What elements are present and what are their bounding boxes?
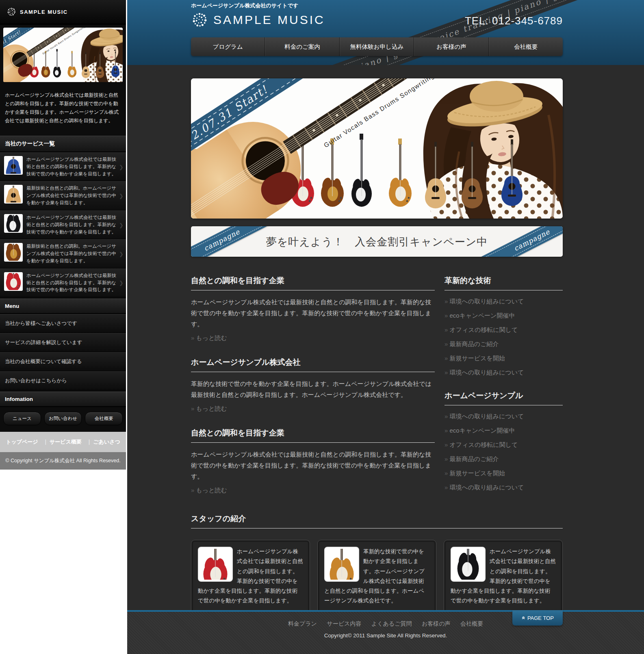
content-columns: 自然との調和を目指す企業 ホームページサンプル株式会社では最新技術と自然との調和… [191, 275, 563, 509]
sidebar-logo-text: SAMPLE MUSIC [20, 9, 68, 15]
nav-testimonials[interactable]: お客様の声 [414, 37, 488, 56]
site-footer: » PAGE TOP 料金プラン サービス内容 よくあるご質問 お客様の声 会社… [127, 610, 644, 654]
news-link[interactable]: オフィスの移転に関して [445, 326, 563, 334]
company-button[interactable]: 会社概要 [85, 412, 123, 425]
section-body: 革新的な技術で世の中を動かす企業を目指します。ホームページサンプル株式会社では最… [191, 378, 435, 400]
sidebar-intro-text: ホームページサンプル株式会社では最新技術と自然との調和を目指します。革新的な技術… [0, 87, 126, 131]
sidebar-footer-link-greeting[interactable]: ごあいさつ [84, 438, 123, 446]
news-link[interactable]: 新規サービスを開始 [445, 470, 563, 477]
news-link[interactable]: オフィスの移転に関して [445, 441, 563, 449]
sidebar-menu-item-greeting[interactable]: 当社から皆様へごあいさつです [0, 314, 126, 333]
footer-link-faq[interactable]: よくあるご質問 [371, 620, 412, 627]
blue-acoustic-guitar-icon [4, 156, 23, 175]
sidebar-service-item[interactable]: ホームページサンプル株式会社では最新技術と自然との調和を目指します。革新的な技術… [0, 269, 126, 297]
sidebar-menu-item-service-detail[interactable]: サービスの詳細を解説しています [0, 333, 126, 352]
contact-button[interactable]: お問い合わせ [44, 412, 82, 425]
news-block: 革新的な技術 環境への取り組みについて ecoキャンペーン開催中 オフィスの移転… [445, 275, 563, 377]
page-top-button[interactable]: » PAGE TOP [512, 610, 563, 626]
site-logo[interactable]: SAMPLE MUSIC [191, 11, 325, 28]
sidebar-service-item[interactable]: 最新技術と自然との調和。ホームページサンプル株式会社では革新的な技術で世の中を動… [0, 181, 126, 210]
news-link[interactable]: 新規サービスを開始 [445, 355, 563, 362]
hero-image: Guitar Vocals Bass Drums Songwriting Mus… [191, 78, 563, 219]
natural-acoustic-guitar-icon [4, 185, 23, 204]
news-link[interactable]: 環境への取り組みについて [445, 369, 563, 377]
service-text: 最新技術と自然との調和。ホームページサンプル株式会社では革新的な技術で世の中を動… [26, 243, 118, 264]
news-links: 環境への取り組みについて ecoキャンペーン開催中 オフィスの移転に関して 最新… [445, 413, 563, 492]
sidebar-service-item[interactable]: 最新技術と自然との調和。ホームページサンプル株式会社では革新的な技術で世の中を動… [0, 239, 126, 268]
black-bass-guitar-icon [4, 214, 23, 233]
news-link[interactable]: 環境への取り組みについて [445, 413, 563, 420]
footer-link-company[interactable]: 会社概要 [460, 620, 483, 627]
sunburst-electric-guitar-icon [4, 243, 23, 262]
service-text: 最新技術と自然との調和。ホームページサンプル株式会社では革新的な技術で世の中を動… [26, 185, 118, 206]
sidebar-menu-item-contact[interactable]: お問い合わせはこちらから [0, 371, 126, 390]
main-content: Guitar Vocals Bass Drums Songwriting Mus… [191, 78, 563, 624]
news-link[interactable]: 最新商品のご紹介 [445, 455, 563, 463]
section-heading: 自然との調和を目指す企業 [191, 428, 435, 443]
campaign-banner: campagne campagne 夢を叶えよう！ 入会金割引キャンペーン中 [191, 226, 563, 257]
service-text: ホームページサンプル株式会社では最新技術と自然との調和を目指します。革新的な技術… [26, 214, 118, 236]
news-block-heading: 革新的な技術 [445, 275, 563, 290]
page-top-chevrons-icon: » [520, 616, 526, 619]
section-heading: ホームページサンプル株式会社 [191, 357, 435, 372]
nav-program[interactable]: プログラム [191, 37, 265, 56]
sidebar-service-item[interactable]: ホームページサンプル株式会社では最新技術と自然との調和を目指します。革新的な技術… [0, 210, 126, 239]
black-bass-guitar-icon [451, 547, 486, 582]
news-link[interactable]: ecoキャンペーン開催中 [445, 312, 563, 320]
sidebar-footer-links: トップページ サービス概要 ごあいさつ [0, 432, 126, 452]
section-heading: 自然との調和を目指す企業 [191, 275, 435, 290]
sidebar-info-heading: Infomation [0, 392, 126, 407]
sidebar-service-item[interactable]: ホームページサンプル株式会社では最新技術と自然との調和を目指します。革新的な技術… [0, 152, 126, 181]
article-section: ホームページサンプル株式会社 革新的な技術で世の中を動かす企業を目指します。ホー… [191, 357, 435, 413]
article-section: 自然との調和を目指す企業 ホームページサンプル株式会社では最新技術と自然との調和… [191, 428, 435, 494]
news-link[interactable]: 最新商品のご紹介 [445, 340, 563, 348]
news-button[interactable]: ニュース [3, 412, 41, 425]
hero-illustration: Guitar Vocals Bass Drums Songwriting Mus… [3, 28, 123, 82]
sidebar-services-heading: 当社のサービス一覧 [0, 136, 126, 152]
staff-heading: スタッフの紹介 [191, 513, 563, 528]
news-link[interactable]: 環境への取り組みについて [445, 484, 563, 492]
hero-illustration: Guitar Vocals Bass Drums Songwriting Mus… [191, 78, 563, 219]
footer-link-pricing[interactable]: 料金プラン [288, 620, 317, 627]
footer-link-services[interactable]: サービス内容 [327, 620, 361, 627]
articles-column: 自然との調和を目指す企業 ホームページサンプル株式会社では最新技術と自然との調和… [191, 275, 435, 509]
article-section: 自然との調和を目指す企業 ホームページサンプル株式会社では最新技術と自然との調和… [191, 275, 435, 342]
red-electric-guitar-icon [4, 272, 23, 291]
sidebar-info-buttons: ニュース お問い合わせ 会社概要 [0, 407, 126, 432]
nav-free-trial[interactable]: 無料体験お申し込み [340, 37, 414, 56]
service-text: ホームページサンプル株式会社では最新技術と自然との調和を目指します。革新的な技術… [26, 156, 118, 178]
news-block: ホームページサンプル 環境への取り組みについて ecoキャンペーン開催中 オフィ… [445, 390, 563, 492]
dot-cluster-logo-icon [191, 11, 208, 28]
section-body: ホームページサンプル株式会社では最新技術と自然との調和を目指します。革新的な技術… [191, 297, 435, 329]
sidebar-logo[interactable]: SAMPLE MUSIC [0, 0, 126, 25]
news-links: 環境への取り組みについて ecoキャンペーン開催中 オフィスの移転に関して 最新… [445, 298, 563, 377]
nav-pricing[interactable]: 料金のご案内 [265, 37, 339, 56]
news-link[interactable]: 環境への取り組みについて [445, 298, 563, 305]
nav-company[interactable]: 会社概要 [489, 37, 563, 56]
sidebar-menu-item-company[interactable]: 当社の会社概要について確認する [0, 352, 126, 371]
sidebar-footer-link-top[interactable]: トップページ [3, 438, 41, 446]
red-electric-guitar-icon [198, 547, 233, 582]
read-more-link[interactable]: もっと読む [191, 487, 227, 494]
main-navigation: プログラム 料金のご案内 無料体験お申し込み お客様の声 会社概要 [191, 37, 563, 56]
footer-link-testimonials[interactable]: お客様の声 [422, 620, 451, 627]
news-column: 革新的な技術 環境への取り組みについて ecoキャンペーン開催中 オフィスの移転… [445, 275, 563, 509]
news-block-heading: ホームページサンプル [445, 390, 563, 405]
sidebar: SAMPLE MUSIC [0, 0, 126, 470]
service-text: ホームページサンプル株式会社では最新技術と自然との調和を目指します。革新的な技術… [26, 272, 118, 294]
campaign-message: 夢を叶えよう！ 入会金割引キャンペーン中 [191, 234, 563, 249]
page-top-label: PAGE TOP [527, 615, 554, 621]
orange-electric-guitar-icon [324, 547, 359, 582]
sidebar-hero-image: Guitar Vocals Bass Drums Songwriting Mus… [3, 28, 123, 82]
site-logo-text: SAMPLE MUSIC [213, 13, 325, 27]
sidebar-footer-link-service[interactable]: サービス概要 [41, 438, 84, 446]
news-link[interactable]: ecoキャンペーン開催中 [445, 427, 563, 435]
telephone-number: TEL: 012-345-6789 [465, 15, 563, 27]
read-more-link[interactable]: もっと読む [191, 334, 227, 342]
main-site: piano | guitar | voice training | piano … [127, 0, 644, 654]
dot-cluster-logo-icon [7, 7, 16, 17]
section-body: ホームページサンプル株式会社では最新技術と自然との調和を目指します。革新的な技術… [191, 449, 435, 482]
read-more-link[interactable]: もっと読む [191, 405, 227, 413]
footer-copyright: Copyright© 2011 Sample Site All Rights R… [127, 632, 644, 639]
site-header: piano | guitar | voice training | piano … [127, 0, 644, 65]
